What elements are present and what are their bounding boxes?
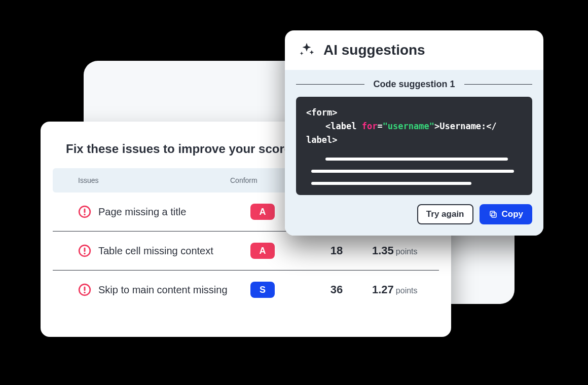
alert-circle-icon xyxy=(78,283,91,296)
conformance-badge: S xyxy=(250,282,275,298)
svg-rect-9 xyxy=(492,213,496,217)
issue-row[interactable]: Table cell missing context A 18 1.35poin… xyxy=(53,232,439,271)
issue-label-text: Skip to main content missing xyxy=(98,284,228,296)
code-line: <form> xyxy=(306,106,522,120)
issue-count: 36 xyxy=(301,283,372,296)
svg-rect-4 xyxy=(84,248,85,252)
code-line: label> xyxy=(306,133,522,147)
try-again-button[interactable]: Try again xyxy=(417,204,473,224)
issue-count: 18 xyxy=(301,244,372,257)
issue-row[interactable]: Skip to main content missing S 36 1.27po… xyxy=(53,271,439,309)
svg-point-8 xyxy=(84,292,85,293)
code-suggestion-label: Code suggestion 1 xyxy=(296,79,532,90)
svg-rect-7 xyxy=(84,287,85,291)
conformance-badge: A xyxy=(250,243,275,259)
code-line: <label for="username">Username:</ xyxy=(306,120,522,133)
ai-suggestions-popover: AI suggestions Code suggestion 1 <form> … xyxy=(285,30,543,236)
ai-popover-title: AI suggestions xyxy=(323,42,425,58)
alert-circle-icon xyxy=(78,205,91,218)
svg-point-5 xyxy=(84,253,85,254)
code-placeholder-line xyxy=(325,158,508,161)
alert-circle-icon xyxy=(78,244,91,257)
issue-score: 1.35points xyxy=(372,244,418,257)
svg-rect-10 xyxy=(490,211,495,216)
copy-icon xyxy=(489,210,498,219)
copy-button[interactable]: Copy xyxy=(480,204,533,224)
issues-col-issue: Issues xyxy=(78,176,230,184)
code-placeholder-line xyxy=(311,170,514,173)
code-suggestion-block: <form> <label for="username">Username:</… xyxy=(296,97,532,195)
ai-popover-header: AI suggestions xyxy=(285,30,543,70)
issue-score: 1.27points xyxy=(372,283,418,296)
svg-point-2 xyxy=(84,214,85,215)
code-placeholder-line xyxy=(311,182,471,185)
conformance-badge: A xyxy=(250,204,275,220)
sparkles-icon xyxy=(298,42,315,59)
issue-label-text: Table cell missing context xyxy=(98,245,213,257)
issue-label-text: Page missing a title xyxy=(98,206,186,218)
svg-rect-1 xyxy=(84,209,85,213)
